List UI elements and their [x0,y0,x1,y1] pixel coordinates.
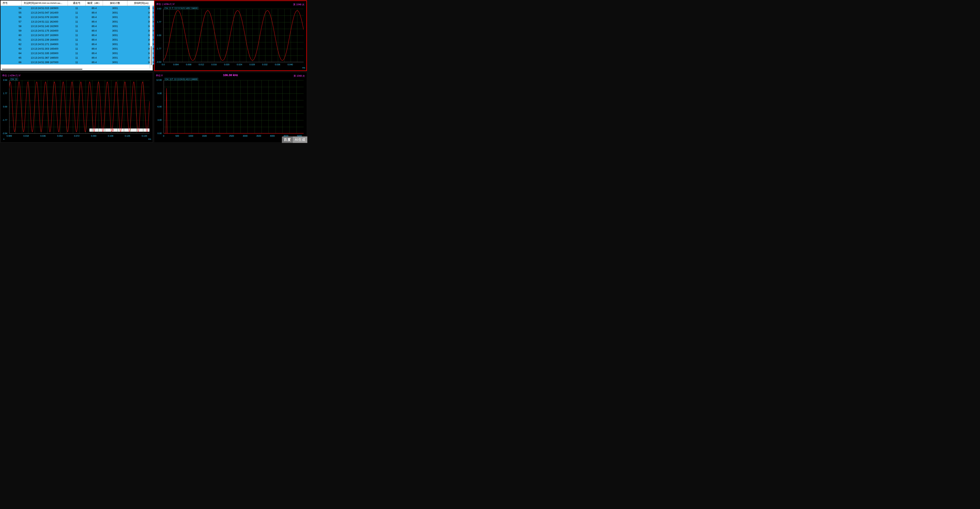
table-row[interactable]: 6113:13:24:51:239 1644001189.4300130000 [1,37,158,42]
table-cell[interactable]: 13:13:24:51:175 163400 [22,29,68,33]
table-cell[interactable]: 13:13:24:51:143 162900 [22,24,68,29]
table-cell[interactable]: 3001 [103,10,127,15]
table-cell[interactable]: 3001 [103,33,127,37]
table-cell[interactable]: 89.4 [86,24,103,29]
waveform-full-plot[interactable] [9,80,150,134]
table-cell[interactable]: 13:13:24:51:079 161900 [22,15,68,19]
table-row[interactable]: 6313:13:24:51:303 1654001189.4300130000 [1,46,158,51]
table-cell[interactable]: 60 [1,33,22,37]
table-cell[interactable]: 59 [1,29,22,33]
table-cell[interactable]: 11 [68,56,86,60]
table-cell[interactable]: 89.4 [86,60,103,64]
table-cell[interactable]: 61 [1,37,22,42]
table-row[interactable]: 5813:13:24:51:143 1629001189.4300130001 [1,24,158,29]
vertical-scrollbar[interactable] [150,5,153,69]
table-cell[interactable]: 64 [1,51,22,56]
table-cell[interactable]: 65 [1,56,22,60]
table-row[interactable]: 6613:13:24:51:399 1670001189.4300130000 [1,60,158,64]
waveform-window-current[interactable]: 单位: ( x10e-2 ) V 第 1046 次 CH: 11 T: 13:1… [154,0,307,71]
table-row[interactable]: 6213:13:24:51:271 1649001189.4300130000 [1,42,158,46]
table-cell[interactable]: 13:13:24:51:047 161400 [22,10,68,15]
column-header[interactable]: 持续时间(us) [127,1,155,6]
table-row[interactable]: 5413:13:24:51:015 1609001189.4300130001 [1,6,158,11]
table-cell[interactable]: 3001 [103,60,127,64]
table-cell[interactable]: 13:13:24:51:399 167000 [22,60,68,64]
table-cell[interactable]: 13:13:24:51:367 166500 [22,56,68,60]
table-cell[interactable]: 57 [1,19,22,24]
table-cell[interactable]: 89.4 [86,51,103,56]
table-cell[interactable]: 11 [68,6,86,11]
table-cell[interactable]: 3001 [103,37,127,42]
table-cell[interactable]: 11 [68,51,86,56]
table-cell[interactable]: 89.4 [86,37,103,42]
x-tick-label: 0.072 [74,135,80,137]
table-cell[interactable]: 11 [68,15,86,19]
table-cell[interactable]: 89.4 [86,56,103,60]
table-cell[interactable]: 11 [68,19,86,24]
table-cell[interactable]: 3001 [103,56,127,60]
x-tick-label: 0.144 [142,135,147,137]
y-tick-label: -3.53 [154,61,162,63]
table-cell[interactable]: 11 [68,60,86,64]
table-cell[interactable]: 89.4 [86,19,103,24]
table-cell[interactable]: 13:13:24:51:303 165400 [22,46,68,51]
waveform-window-full[interactable]: 单位: ( x10e-2 ) V CH: 11 s ms 3.541.770.0… [0,72,153,142]
column-header[interactable]: 序号 [1,1,22,6]
horizontal-scrollbar-thumb[interactable] [2,69,82,70]
table-row[interactable]: 6413:13:24:51:335 1659001189.4300130001 [1,51,158,56]
table-cell[interactable]: 89.4 [86,15,103,19]
table-cell[interactable]: 13:13:24:51:111 162400 [22,19,68,24]
table-row[interactable]: 5913:13:24:51:175 1634001189.4300130000 [1,29,158,33]
table-cell[interactable]: 89.4 [86,29,103,33]
table-cell[interactable]: 3001 [103,51,127,56]
table-row[interactable]: 6013:13:24:51:207 1639001189.4300130001 [1,33,158,37]
column-header[interactable]: 通道号 [68,1,86,6]
table-cell[interactable]: 11 [68,24,86,29]
table-cell[interactable]: 55 [1,10,22,15]
table-cell[interactable]: 13:13:24:51:239 164400 [22,37,68,42]
table-cell[interactable]: 3001 [103,42,127,46]
table-cell[interactable]: 63 [1,46,22,51]
table-cell[interactable]: 3001 [103,24,127,29]
spectrum-plot[interactable] [164,80,304,134]
table-cell[interactable]: 3001 [103,29,127,33]
table-row[interactable]: 5513:13:24:51:047 1614001189.4300130000 [1,10,158,15]
x-tick-label: 0.040 [288,63,293,66]
x-tick-label: 4000 [270,135,275,137]
table-cell[interactable]: 13:13:24:51:015 160900 [22,6,68,11]
table-row[interactable]: 5613:13:24:51:079 1619001189.4300130001 [1,15,158,19]
table-cell[interactable]: 11 [68,33,86,37]
column-header[interactable]: 幅度（dB） [86,1,103,6]
table-cell[interactable]: 58 [1,24,22,29]
table-cell[interactable]: 11 [68,42,86,46]
table-row[interactable]: 5713:13:24:51:111 1624001189.4300130000 [1,19,158,24]
table-cell[interactable]: 89.4 [86,46,103,51]
spectrum-window[interactable]: 单位:V 106.38 kHz 第 1048 次 CH: 11T: 13 13:… [154,72,307,142]
table-cell[interactable]: 13:13:24:51:207 163900 [22,33,68,37]
y-tick-label: 1.77 [1,92,8,94]
table-cell[interactable]: 11 [68,37,86,42]
table-cell[interactable]: 3001 [103,15,127,19]
table-cell[interactable]: 62 [1,42,22,46]
table-cell[interactable]: 89.4 [86,6,103,11]
waveform-current-plot[interactable] [163,9,304,62]
table-cell[interactable]: 89.4 [86,33,103,37]
table-cell[interactable]: 89.4 [86,10,103,15]
table-cell[interactable]: 13:13:24:51:335 165900 [22,51,68,56]
table-cell[interactable]: 54 [1,6,22,11]
column-header[interactable]: 到达时间(dd:hh:mm:ss:mmm:uu... [22,1,68,6]
column-header[interactable]: 振铃计数 [103,1,127,6]
horizontal-scrollbar[interactable] [1,68,150,70]
table-cell[interactable]: 3001 [103,46,127,51]
table-cell[interactable]: 11 [68,10,86,15]
table-cell[interactable]: 13:13:24:51:271 164900 [22,42,68,46]
table-cell[interactable]: 11 [68,29,86,33]
table-cell[interactable]: 56 [1,15,22,19]
table-row[interactable]: 6513:13:24:51:367 1665001189.4300130000 [1,56,158,60]
table-cell[interactable]: 3001 [103,6,127,11]
table-cell[interactable]: 3001 [103,19,127,24]
table-cell[interactable]: 11 [68,46,86,51]
table-cell[interactable]: 89.4 [86,42,103,46]
table-cell[interactable]: 66 [1,60,22,64]
vertical-scrollbar-thumb[interactable] [151,46,151,65]
